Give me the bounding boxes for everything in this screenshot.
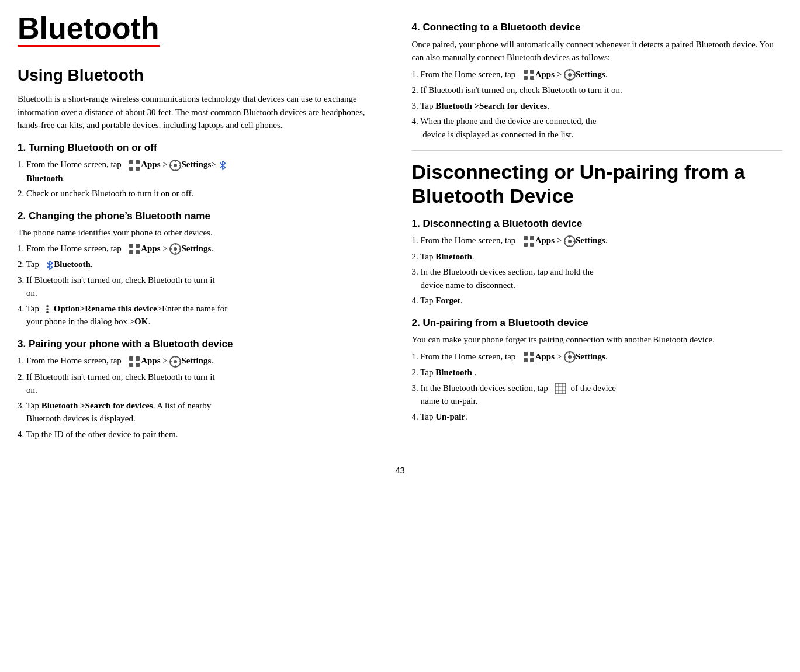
apps-label: Apps (535, 352, 555, 361)
svg-rect-2 (129, 167, 133, 171)
step-item: 4. Tap the ID of the other device to pai… (18, 428, 383, 441)
svg-point-5 (174, 164, 177, 167)
bluetooth-label: Bluetooth (54, 259, 91, 269)
settings-icon (564, 235, 576, 247)
bluetooth-small-icon (219, 160, 227, 171)
svg-point-15 (174, 247, 177, 251)
svg-rect-63 (555, 383, 566, 394)
subsection2-title: 2. Changing the phone’s Bluetooth name (18, 209, 383, 224)
subsection4-intro: Once paired, your phone will automatical… (412, 38, 783, 64)
right-column: 4. Connecting to a Bluetooth device Once… (400, 12, 783, 446)
svg-point-21 (46, 309, 49, 311)
page-number: 43 (18, 464, 782, 477)
settings-label: Settings (181, 160, 211, 169)
unpair-steps: 1. From the Home screen, tap Apps > Sett… (412, 350, 783, 424)
svg-rect-54 (530, 352, 534, 356)
step-item: 3. Tap Bluetooth >Search for devices. A … (18, 399, 383, 425)
svg-rect-53 (524, 352, 528, 356)
apps-icon (128, 243, 141, 255)
intro-text: Bluetooth is a short-range wireless comm… (18, 92, 383, 132)
section2-title: Disconnecting or Un-pairing from a Bluet… (412, 160, 783, 208)
apps-icon (522, 68, 535, 81)
settings-label: Settings (181, 356, 211, 365)
svg-rect-45 (524, 243, 528, 247)
svg-rect-13 (136, 250, 140, 254)
left-column: Bluetooth Using Bluetooth Bluetooth is a… (18, 12, 400, 446)
page-container: Bluetooth Using Bluetooth Bluetooth is a… (18, 12, 782, 446)
settings-label: Settings (576, 70, 605, 79)
step-item: 1. From the Home screen, tap Apps > Sett… (412, 350, 783, 364)
apps-icon (522, 351, 535, 363)
subsection2-intro: The phone name identifies your phone to … (18, 226, 383, 240)
disconnect-title: 1. Disconnecting a Bluetooth device (412, 216, 783, 231)
svg-rect-55 (524, 358, 528, 362)
apps-label: Apps (535, 70, 555, 79)
svg-rect-46 (530, 243, 534, 247)
divider (412, 150, 783, 151)
subsection4-steps: 1. From the Home screen, tap Apps > Sett… (412, 68, 783, 141)
settings-icon (564, 69, 576, 81)
svg-rect-23 (129, 356, 133, 361)
svg-rect-12 (129, 250, 133, 254)
svg-rect-33 (524, 70, 528, 74)
subsection1-title: 1. Turning Bluetooth on or off (18, 140, 383, 155)
step-item: 3. In the Bluetooth devices section, tap… (412, 382, 783, 408)
step-item: 4. Tap Un-pair. (412, 410, 783, 424)
svg-rect-43 (524, 236, 528, 240)
svg-rect-3 (136, 167, 140, 171)
bt-search-label: Bluetooth >Search for devices (435, 101, 547, 110)
svg-rect-56 (530, 358, 534, 362)
svg-point-58 (568, 355, 572, 359)
svg-rect-0 (129, 160, 133, 164)
svg-point-28 (174, 360, 177, 363)
subsection1-steps: 1. From the Home screen, tap Apps > Sett… (18, 158, 383, 200)
svg-rect-36 (530, 76, 534, 80)
settings-icon (169, 356, 181, 368)
settings-icon (169, 160, 181, 171)
svg-point-48 (568, 240, 572, 243)
grid-icon (555, 383, 566, 394)
step-item: 2. Tap Bluetooth. (412, 250, 783, 264)
step-item: 2. Check or uncheck Bluetooth to turn it… (18, 187, 383, 200)
subsection3-title: 3. Pairing your phone with a Bluetooth d… (18, 337, 383, 352)
step-item: 2. If Bluetooth isn't turned on, check B… (412, 84, 783, 97)
unpair-intro: You can make your phone forget its pairi… (412, 333, 783, 347)
step-item: 1. From the Home screen, tap Apps > Sett… (412, 234, 783, 248)
step-item: 3. If Bluetooth isn't turned on, check B… (18, 273, 383, 300)
apps-label: Apps (141, 160, 160, 169)
apps-icon (128, 159, 141, 172)
step-item: 2. If Bluetooth isn't turned on, check B… (18, 370, 383, 397)
step-item: 4. When the phone and the device are con… (412, 115, 783, 141)
svg-rect-11 (136, 244, 140, 248)
using-bluetooth-title: Using Bluetooth (18, 63, 383, 88)
svg-rect-44 (530, 236, 534, 240)
subsection2-steps: 1. From the Home screen, tap Apps > Sett… (18, 242, 383, 328)
step-item: 3. Tap Bluetooth >Search for devices. (412, 99, 783, 113)
bluetooth-label: Bluetooth (435, 252, 472, 261)
bluetooth-label: Bluetooth (26, 174, 63, 183)
settings-label: Settings (181, 244, 211, 253)
apps-icon (128, 355, 141, 368)
svg-point-22 (46, 311, 49, 314)
step-item: 4. Tap Forget. (412, 294, 783, 307)
svg-rect-35 (524, 76, 528, 80)
ok-label: OK (134, 317, 148, 326)
svg-point-38 (568, 73, 572, 77)
svg-rect-10 (129, 244, 133, 248)
menu-icon (46, 304, 49, 314)
settings-icon (564, 351, 576, 363)
forget-label: Forget (435, 296, 460, 305)
settings-label: Settings (576, 352, 605, 361)
disconnect-steps: 1. From the Home screen, tap Apps > Sett… (412, 234, 783, 307)
step-item: 1. From the Home screen, tap Apps > Sett… (18, 158, 383, 185)
page-title: Bluetooth (18, 12, 160, 47)
apps-label: Apps (141, 356, 160, 365)
subsection4-title: 4. Connecting to a Bluetooth device (412, 20, 783, 35)
step-item: 2. Tap Bluetooth. (18, 258, 383, 271)
svg-rect-1 (136, 160, 140, 164)
step-item: 1. From the Home screen, tap Apps > Sett… (18, 242, 383, 256)
unpair-title: 2. Un-pairing from a Bluetooth device (412, 316, 783, 331)
subsection3-steps: 1. From the Home screen, tap Apps > Sett… (18, 354, 383, 441)
step-item: 1. From the Home screen, tap Apps > Sett… (412, 68, 783, 82)
svg-rect-25 (129, 363, 133, 367)
